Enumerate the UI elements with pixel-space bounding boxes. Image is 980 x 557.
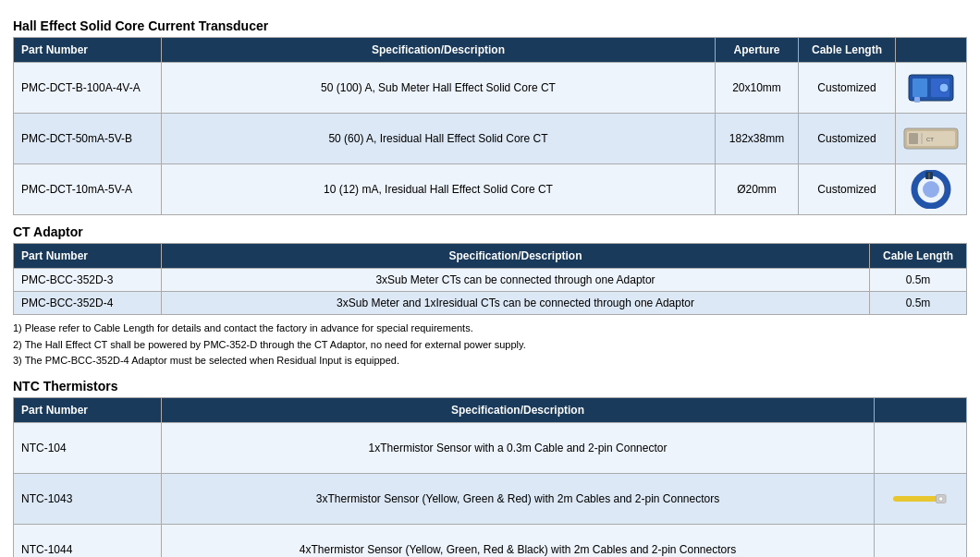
- col-header-image-3: [875, 397, 967, 422]
- part-number-cell: PMC-DCT-50mA-5V-B: [14, 114, 162, 164]
- part-number-cell: PMC-BCC-352D-4: [14, 292, 162, 315]
- image-cell: [875, 524, 967, 557]
- image-cell: [875, 473, 967, 524]
- image-cell: [896, 164, 967, 215]
- hall-effect-table: Part Number Specification/Description Ap…: [13, 37, 967, 215]
- section-ntc: NTC Thermistors Part Number Specificatio…: [13, 379, 967, 557]
- ntc-table: Part Number Specification/Description NT…: [13, 397, 967, 557]
- section-ct-adaptor: CT Adaptor Part Number Specification/Des…: [13, 224, 967, 315]
- hall-effect-row: PMC-DCT-10mA-5V-A 10 (12) mA, Iresidual …: [14, 164, 967, 215]
- part-number-cell: NTC-104: [14, 422, 162, 473]
- svg-rect-7: [909, 133, 918, 144]
- hall-effect-row: PMC-DCT-B-100A-4V-A 50 (100) A, Sub Mete…: [14, 63, 967, 114]
- svg-rect-14: [893, 496, 942, 502]
- description-cell: 3xThermistor Sensor (Yellow, Green & Red…: [162, 473, 875, 524]
- description-cell: 4xThermistor Sensor (Yellow, Green, Red …: [162, 524, 875, 557]
- cable-length-cell: Customized: [799, 164, 896, 215]
- section-hall-effect: Hall Effect Solid Core Current Transduce…: [13, 18, 967, 215]
- ct-adaptor-row: PMC-BCC-352D-4 3xSub Meter and 1xIresidu…: [14, 292, 967, 315]
- svg-text:CT: CT: [926, 137, 934, 142]
- col-header-aperture: Aperture: [716, 38, 799, 63]
- section-title-ntc: NTC Thermistors: [13, 379, 967, 394]
- image-cell: [896, 63, 967, 114]
- description-cell: 1xThermistor Sensor with a 0.3m Cable an…: [162, 422, 875, 473]
- col-header-spec-1: Specification/Description: [162, 38, 716, 63]
- description-cell: 3xSub Meter and 1xIresidual CTs can be c…: [162, 292, 870, 315]
- part-number-cell: PMC-DCT-10mA-5V-A: [14, 164, 162, 215]
- col-header-image-1: [896, 38, 967, 63]
- svg-point-4: [939, 83, 949, 92]
- description-cell: 50 (100) A, Sub Meter Hall Effect Solid …: [162, 63, 716, 114]
- svg-point-11: [923, 181, 939, 198]
- part-number-cell: NTC-1044: [14, 524, 162, 557]
- cable-length-cell: Customized: [799, 63, 896, 114]
- part-number-cell: PMC-BCC-352D-3: [14, 269, 162, 292]
- note-item: 2) The Hall Effect CT shall be powered b…: [13, 337, 967, 354]
- description-cell: 3xSub Meter CTs can be connected through…: [162, 269, 870, 292]
- part-number-cell: NTC-1043: [14, 473, 162, 524]
- description-cell: 10 (12) mA, Iresidual Hall Effect Solid …: [162, 164, 716, 215]
- aperture-cell: Ø20mm: [716, 164, 799, 215]
- col-header-spec-3: Specification/Description: [162, 397, 875, 422]
- col-header-cable-length-2: Cable Length: [870, 244, 967, 269]
- hall-effect-row: PMC-DCT-50mA-5V-B 50 (60) A, Iresidual H…: [14, 114, 967, 164]
- cable-length-cell: 0.5m: [870, 292, 967, 315]
- cable-length-cell: Customized: [799, 114, 896, 164]
- section-title-hall-effect: Hall Effect Solid Core Current Transduce…: [13, 18, 967, 33]
- image-cell: [875, 422, 967, 473]
- cable-length-cell: 0.5m: [870, 269, 967, 292]
- description-cell: 50 (60) A, Iresidual Hall Effect Solid C…: [162, 114, 716, 164]
- ntc-row: NTC-1044 4xThermistor Sensor (Yellow, Gr…: [14, 524, 967, 557]
- ct-adaptor-row: PMC-BCC-352D-3 3xSub Meter CTs can be co…: [14, 269, 967, 292]
- col-header-spec-2: Specification/Description: [162, 244, 870, 269]
- col-header-part-number-1: Part Number: [14, 38, 162, 63]
- col-header-cable-length-1: Cable Length: [799, 38, 896, 63]
- ntc-row: NTC-1043 3xThermistor Sensor (Yellow, Gr…: [14, 473, 967, 524]
- notes-section: 1) Please refer to Cable Length for deta…: [13, 321, 967, 369]
- note-item: 1) Please refer to Cable Length for deta…: [13, 321, 967, 337]
- svg-rect-1: [913, 79, 927, 97]
- section-title-ct-adaptor: CT Adaptor: [13, 224, 967, 239]
- ntc-row: NTC-104 1xThermistor Sensor with a 0.3m …: [14, 422, 967, 473]
- aperture-cell: 182x38mm: [716, 114, 799, 164]
- note-item: 3) The PMC-BCC-352D-4 Adaptor must be se…: [13, 353, 967, 369]
- col-header-part-number-3: Part Number: [14, 397, 162, 422]
- svg-point-16: [938, 497, 943, 502]
- image-cell: CT: [896, 114, 967, 164]
- aperture-cell: 20x10mm: [716, 63, 799, 114]
- part-number-cell: PMC-DCT-B-100A-4V-A: [14, 63, 162, 114]
- col-header-part-number-2: Part Number: [14, 244, 162, 269]
- svg-rect-3: [914, 97, 920, 103]
- ct-adaptor-table: Part Number Specification/Description Ca…: [13, 243, 967, 315]
